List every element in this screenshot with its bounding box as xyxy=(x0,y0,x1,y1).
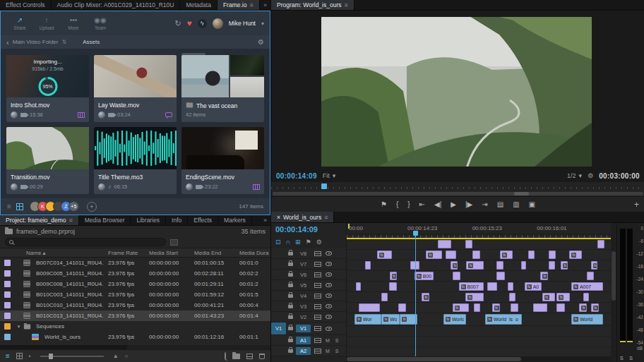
sync-lock-icon[interactable] xyxy=(314,349,321,354)
program-scrubber[interactable] xyxy=(271,182,644,191)
tab-libraries[interactable]: Libraries xyxy=(131,215,166,225)
tab-program[interactable]: Program: World_is_ours ≡ xyxy=(271,0,354,10)
track-output-eye-icon[interactable] xyxy=(326,294,332,298)
timeline-clip[interactable] xyxy=(453,272,460,280)
timeline-clip[interactable]: fx xyxy=(451,261,458,270)
filmstrip-icon[interactable] xyxy=(253,184,260,190)
timeline-clip[interactable] xyxy=(465,240,472,248)
timeline-clip[interactable]: fx xyxy=(377,251,392,259)
filmstrip-icon[interactable] xyxy=(78,112,85,118)
grid-view-icon[interactable] xyxy=(16,203,23,210)
bolt-icon[interactable]: ϟ xyxy=(198,19,207,28)
table-row[interactable]: ▾Sequences xyxy=(0,321,270,332)
team-button[interactable]: ◉◉Team xyxy=(87,17,114,30)
back-icon[interactable]: ‹ xyxy=(6,38,9,47)
timeline-clip[interactable] xyxy=(509,293,515,301)
snap-icon[interactable]: ∩ xyxy=(286,239,290,246)
label-color-cell[interactable] xyxy=(0,281,14,287)
table-row[interactable]: B007C014_141011_R0U4.23.976 fps00:00:00:… xyxy=(0,258,270,268)
program-timecode[interactable]: 00:00:14:09 xyxy=(276,172,317,180)
sync-lock-icon[interactable] xyxy=(314,315,321,320)
track-output-eye-icon[interactable] xyxy=(326,315,332,319)
timeline-clip[interactable] xyxy=(549,261,555,270)
timeline-clip[interactable] xyxy=(446,251,456,259)
export-frame-button[interactable]: ▣ xyxy=(529,201,535,208)
sync-lock-icon[interactable] xyxy=(314,338,321,343)
mute-button[interactable]: M xyxy=(325,337,330,343)
button-editor-plus[interactable]: + xyxy=(634,200,639,210)
user-name[interactable]: Mike Hunt xyxy=(229,20,256,27)
user-avatar[interactable] xyxy=(213,18,223,29)
timeline-timecode[interactable]: 00:00:14:09 xyxy=(271,223,346,235)
new-bin-icon[interactable] xyxy=(232,354,240,359)
timeline-clip[interactable]: fx xyxy=(390,272,397,280)
sync-lock-icon[interactable] xyxy=(314,283,321,288)
timeline-clip[interactable]: fx xyxy=(500,251,513,259)
label-color-cell[interactable] xyxy=(0,302,14,308)
asset-card[interactable]: Transition.mov00:29 xyxy=(6,127,89,194)
timeline-clip[interactable] xyxy=(528,251,535,259)
timeline-ruler[interactable]: 00:0000:00:14:2300:00:15:2300:00:16:01 xyxy=(347,223,611,235)
track-target-v3[interactable]: V3 xyxy=(296,303,311,310)
step-back-button[interactable]: ◀| xyxy=(434,201,441,208)
play-button[interactable]: ▶ xyxy=(451,201,456,208)
timeline-clip[interactable]: fx xyxy=(453,303,470,312)
table-row[interactable]: B009C008_141011_R0U4.23.976 fps00:00:00:… xyxy=(0,279,270,289)
source-patch-a2[interactable] xyxy=(271,346,286,356)
sync-lock-icon[interactable] xyxy=(314,326,321,331)
chevron-down-icon[interactable]: ▾ xyxy=(261,20,264,27)
list-view-icon[interactable]: ≡ xyxy=(7,203,11,210)
table-row[interactable]: B010C003_141011_R0U4.23.976 fps00:00:00:… xyxy=(0,289,270,300)
table-row[interactable]: B010C013_141011_R0U4.23.976 fps00:00:00:… xyxy=(0,310,270,321)
label-color-cell[interactable] xyxy=(0,260,14,266)
close-icon[interactable]: × xyxy=(277,214,280,221)
tab-project-frameio-demo[interactable]: Project: frameio_demo≡ xyxy=(0,215,79,225)
lock-icon[interactable] xyxy=(288,294,293,298)
timeline-clip[interactable] xyxy=(359,303,380,312)
tab-info[interactable]: Info xyxy=(166,215,188,225)
asset-card[interactable]: The vast ocean42 items xyxy=(181,55,264,122)
extract-button[interactable]: ▥ xyxy=(513,201,519,208)
sync-lock-icon[interactable] xyxy=(314,294,321,298)
tab-effects[interactable]: Effects xyxy=(188,215,218,225)
linked-selection-icon[interactable]: ⊞ xyxy=(295,239,301,246)
tab-frame-io[interactable]: Frame.io≡ xyxy=(217,0,260,10)
lock-icon[interactable] xyxy=(288,273,293,277)
heart-icon[interactable]: ♥ xyxy=(187,18,192,28)
sync-lock-icon[interactable] xyxy=(314,304,321,309)
panel-menu-icon[interactable]: ≡ xyxy=(249,1,253,8)
timeline-clip[interactable] xyxy=(389,282,397,291)
zoom-level-dropdown[interactable]: Fit▾ xyxy=(323,172,336,179)
timeline-vscrollbar[interactable] xyxy=(611,223,616,362)
sync-lock-icon[interactable] xyxy=(314,262,321,267)
timeline-clip[interactable]: fx xyxy=(579,303,587,312)
solo-button[interactable]: S xyxy=(334,337,340,343)
source-patch-v1[interactable]: V1 xyxy=(271,322,286,334)
track-target-v2[interactable]: V2 xyxy=(296,313,311,321)
timeline-clip[interactable] xyxy=(533,303,548,312)
share-button[interactable]: ↗Share xyxy=(6,17,33,30)
timeline-clip[interactable] xyxy=(438,240,451,248)
timeline-clip[interactable]: fxWorld xyxy=(443,314,467,325)
track-target-v5[interactable]: V5 xyxy=(296,282,311,289)
comment-icon[interactable] xyxy=(165,112,172,117)
tab-effect-controls[interactable]: Effect Controls xyxy=(0,0,52,10)
go-to-in-button[interactable]: ⇤ xyxy=(419,201,425,208)
timeline-clip[interactable] xyxy=(365,261,370,270)
timeline-clip[interactable]: fx xyxy=(465,293,483,301)
table-header[interactable]: Name ▴ Frame Rate Media Start Media End … xyxy=(0,248,270,258)
timeline-playhead[interactable] xyxy=(415,235,416,356)
timeline-clip[interactable]: fx xyxy=(492,303,500,312)
label-color-cell[interactable] xyxy=(0,291,14,298)
table-row[interactable]: B010C010_141011_R0U4.23.976 fps00:00:00:… xyxy=(0,300,270,310)
timeline-clip[interactable]: fx xyxy=(542,293,556,301)
tab-metadata[interactable]: Metadata xyxy=(180,0,217,10)
timeline-clip[interactable]: fx xyxy=(556,293,570,301)
track-target-v8[interactable]: V8 xyxy=(296,250,311,258)
timeline-clip[interactable]: fxWorld_is_o xyxy=(485,314,522,325)
track-output-eye-icon[interactable] xyxy=(326,304,332,308)
breadcrumb[interactable]: Main Video Folder xyxy=(13,39,59,45)
asset-card[interactable]: Lay Waste.mov03:24 xyxy=(94,55,177,122)
source-patch-v3[interactable] xyxy=(271,301,286,311)
track-output-eye-icon[interactable] xyxy=(326,272,332,277)
